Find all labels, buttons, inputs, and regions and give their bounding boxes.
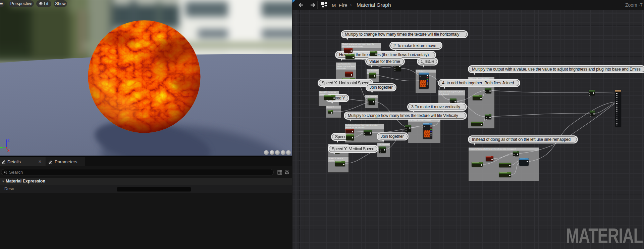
svg-text:Z: Z: [7, 138, 9, 142]
svg-text:Y: Y: [0, 147, 2, 150]
svg-text:X: X: [7, 149, 10, 153]
